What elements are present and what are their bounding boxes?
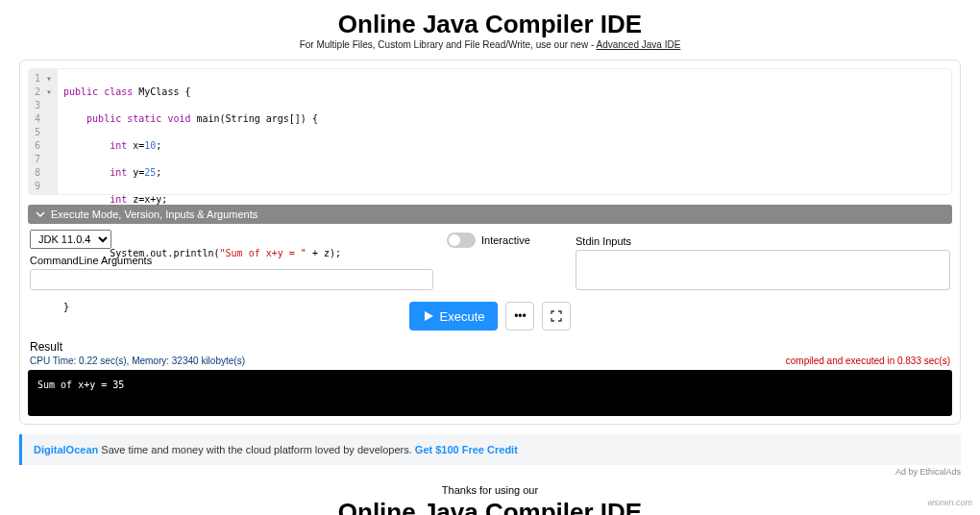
ad-credit-link[interactable]: Get $100 Free Credit bbox=[415, 444, 518, 455]
advanced-ide-link[interactable]: Advanced Java IDE bbox=[597, 39, 681, 50]
execute-button[interactable]: Execute bbox=[409, 302, 499, 331]
stdin-label: Stdin Inputs bbox=[576, 235, 950, 247]
editor-gutter: 1 ▾ 2 ▾ 3 4 5 6 7 8 9 bbox=[29, 69, 58, 194]
play-icon bbox=[423, 310, 434, 322]
code-editor[interactable]: 1 ▾ 2 ▾ 3 4 5 6 7 8 9 public class MyCla… bbox=[28, 68, 952, 195]
interactive-toggle[interactable] bbox=[447, 233, 476, 248]
ad-brand: DigitalOcean bbox=[34, 444, 98, 455]
result-stats-right: compiled and executed in 0.833 sec(s) bbox=[786, 356, 950, 366]
jdk-version-select[interactable]: JDK 11.0.4 bbox=[30, 230, 111, 249]
options-bar-label: Execute Mode, Version, Inputs & Argument… bbox=[51, 208, 257, 220]
fullscreen-button[interactable] bbox=[542, 302, 571, 331]
page-title: Online Java Compiler IDE bbox=[0, 10, 980, 39]
fullscreen-icon bbox=[551, 310, 562, 322]
main-panel: 1 ▾ 2 ▾ 3 4 5 6 7 8 9 public class MyCla… bbox=[19, 60, 961, 425]
more-button[interactable]: ••• bbox=[505, 302, 534, 331]
result-label: Result bbox=[30, 340, 950, 354]
ellipsis-icon: ••• bbox=[514, 309, 527, 323]
ad-attribution[interactable]: Ad by EthicalAds bbox=[19, 467, 961, 477]
cmdline-input[interactable] bbox=[30, 269, 433, 290]
page-subtitle: For Multiple Files, Custom Library and F… bbox=[0, 39, 980, 50]
footer-title: Online Java Compiler IDE bbox=[0, 498, 980, 515]
interactive-label: Interactive bbox=[481, 234, 530, 246]
result-console: Sum of x+y = 35 bbox=[28, 370, 952, 416]
footer-thanks: Thanks for using our bbox=[0, 484, 980, 496]
chevron-down-icon bbox=[36, 209, 45, 219]
stdin-input[interactable] bbox=[576, 250, 950, 290]
watermark: wsxwn.com bbox=[927, 498, 972, 507]
cmdline-label: CommandLine Arguments bbox=[30, 255, 433, 266]
ad-banner[interactable]: DigitalOcean Save time and money with th… bbox=[19, 434, 961, 465]
result-stats-left: CPU Time: 0.22 sec(s), Memory: 32340 kil… bbox=[30, 356, 245, 366]
editor-code[interactable]: public class MyClass { public static voi… bbox=[58, 69, 347, 194]
ad-text: Save time and money with the cloud platf… bbox=[98, 444, 415, 455]
